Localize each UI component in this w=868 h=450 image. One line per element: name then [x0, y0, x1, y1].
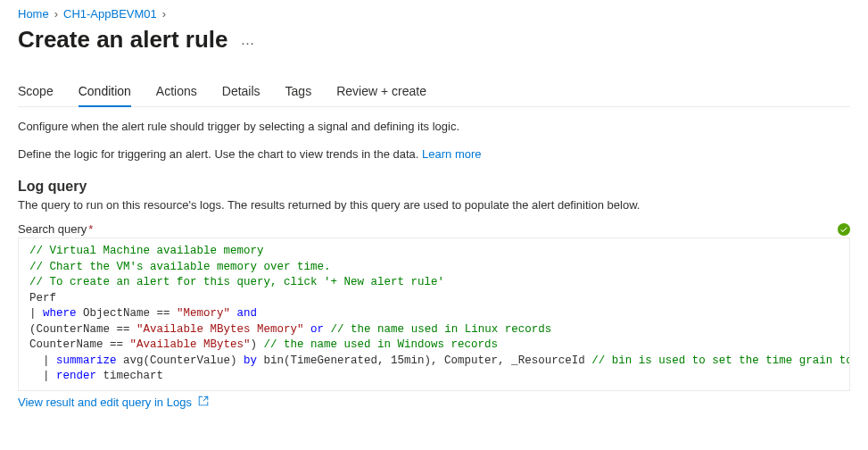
code-text: CounterName: [29, 338, 110, 351]
code-text: |: [29, 370, 56, 382]
define-text-body: Define the logic for triggering an alert…: [18, 147, 422, 161]
code-comment: // bin is used to set the time grain to …: [591, 354, 850, 367]
code-keyword: by: [244, 354, 257, 367]
learn-more-link[interactable]: Learn more: [422, 147, 481, 161]
tabs: Scope Condition Actions Details Tags Rev…: [18, 84, 850, 107]
code-text: ObjectName: [77, 307, 157, 320]
tab-actions[interactable]: Actions: [156, 84, 197, 106]
chevron-right-icon: ›: [54, 7, 58, 21]
tab-condition[interactable]: Condition: [79, 84, 131, 107]
tab-scope[interactable]: Scope: [18, 84, 54, 106]
code-comment: // the name used in Windows records: [264, 338, 499, 351]
code-keyword: or: [310, 323, 324, 336]
code-string: "Available MBytes": [123, 338, 251, 351]
tab-tags[interactable]: Tags: [285, 84, 312, 106]
search-query-label: Search query: [18, 222, 87, 236]
code-text: ==: [157, 307, 170, 320]
code-text: Perf: [29, 292, 56, 304]
code-text: timechart: [96, 370, 163, 382]
code-text: avg(CounterValue): [117, 354, 244, 367]
code-comment: // To create an alert for this query, cl…: [29, 276, 444, 288]
code-comment: // Chart the VM's available memory over …: [29, 261, 331, 273]
view-result-row: View result and edit query in Logs: [18, 395, 850, 410]
code-text: ==: [117, 323, 130, 336]
code-keyword: where: [43, 307, 77, 320]
more-actions-button[interactable]: …: [241, 32, 255, 48]
page-title: Create an alert rule: [18, 26, 228, 54]
chevron-right-icon: ›: [162, 7, 166, 21]
intro-text: Configure when the alert rule should tri…: [18, 120, 850, 133]
required-indicator: *: [88, 222, 93, 236]
open-external-icon: [197, 395, 210, 410]
tab-details[interactable]: Details: [222, 84, 260, 106]
page-title-row: Create an alert rule …: [18, 26, 850, 54]
code-keyword: and: [237, 307, 258, 320]
breadcrumb: Home › CH1-AppBEVM01 ›: [18, 7, 850, 21]
code-comment: // the name used in Linux records: [324, 323, 551, 336]
code-keyword: render: [56, 370, 96, 382]
code-keyword: summarize: [56, 354, 117, 367]
code-text: ): [251, 338, 264, 351]
code-string: "Available MBytes Memory": [130, 323, 311, 336]
view-result-link[interactable]: View result and edit query in Logs: [18, 396, 192, 409]
code-text: |: [29, 354, 56, 367]
log-query-heading: Log query: [18, 179, 850, 195]
validation-success-icon: [838, 223, 850, 236]
search-query-label-row: Search query*: [18, 222, 850, 236]
define-text: Define the logic for triggering an alert…: [18, 147, 850, 161]
log-query-subtext: The query to run on this resource's logs…: [18, 198, 850, 212]
code-text: (CounterName: [29, 323, 117, 336]
breadcrumb-resource[interactable]: CH1-AppBEVM01: [63, 7, 157, 21]
code-text: bin(TimeGenerated, 15min), Computer, _Re…: [257, 354, 591, 367]
tab-review-create[interactable]: Review + create: [336, 84, 426, 106]
search-query-editor[interactable]: // Virtual Machine available memory // C…: [18, 238, 850, 391]
breadcrumb-home[interactable]: Home: [18, 7, 49, 21]
code-text: |: [29, 307, 43, 320]
code-string: "Memory": [170, 307, 237, 320]
code-comment: // Virtual Machine available memory: [29, 245, 264, 257]
code-text: ==: [110, 338, 123, 351]
